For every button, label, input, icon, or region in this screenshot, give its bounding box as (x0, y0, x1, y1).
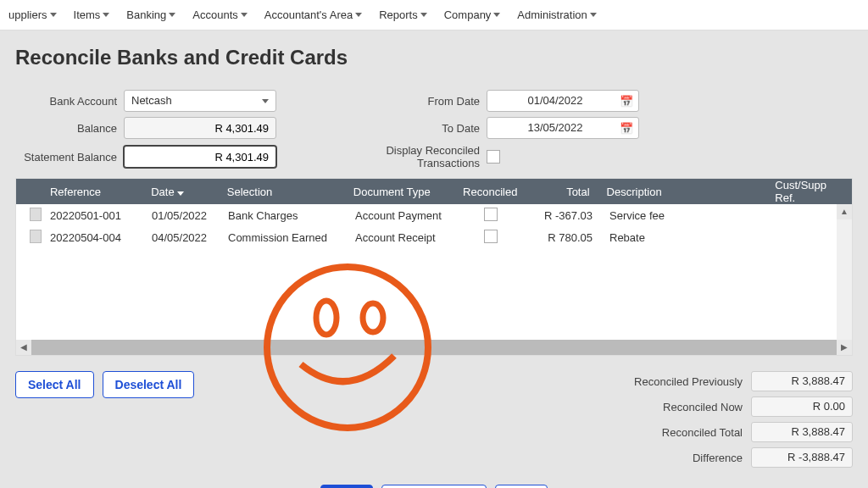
nav-company[interactable]: Company (436, 5, 509, 25)
cell-doctype: Account Receipt (347, 231, 457, 244)
chevron-down-icon (169, 13, 175, 17)
nav-accountants-area[interactable]: Accountant's Area (256, 5, 370, 25)
chevron-down-icon (493, 13, 500, 17)
table-body: 20220501-001 01/05/2022 Bank Charges Acc… (16, 204, 837, 340)
reconciled-now-label: Reconciled Now (663, 401, 743, 413)
calendar-icon[interactable]: 📅 (620, 95, 633, 108)
balance-field (124, 117, 276, 139)
statement-balance-input[interactable] (124, 146, 276, 168)
nav-accounts[interactable]: Accounts (184, 5, 255, 25)
reconciled-checkbox[interactable] (484, 230, 498, 243)
col-selection[interactable]: Selection (219, 186, 345, 198)
save-button[interactable]: Save (320, 485, 374, 488)
reconciled-previously-label: Reconciled Previously (634, 375, 743, 388)
cell-description: Service fee (601, 209, 771, 222)
balance-label: Balance (15, 122, 117, 135)
page-title: Reconcile Banks and Credit Cards (15, 46, 853, 69)
save-and-new-button[interactable]: Save and New (381, 485, 487, 488)
cell-reference: 20220501-001 (42, 209, 143, 222)
nav-banking[interactable]: Banking (118, 5, 184, 25)
document-icon (30, 230, 42, 243)
chevron-down-icon (355, 13, 362, 17)
difference-label: Difference (693, 452, 743, 464)
col-date[interactable]: Date (142, 186, 219, 198)
nav-items[interactable]: Items (65, 5, 119, 25)
chevron-down-icon (262, 99, 269, 103)
chevron-down-icon (103, 13, 109, 17)
bank-account-label: Bank Account (15, 95, 117, 108)
to-date-label: To Date (327, 122, 480, 135)
nav-suppliers[interactable]: uppliers (0, 5, 65, 25)
top-nav: uppliers Items Banking Accounts Accounta… (0, 0, 868, 30)
cell-selection: Commission Earned (220, 231, 347, 244)
cell-date: 01/05/2022 (143, 209, 220, 222)
reconciled-total-value: R 3,888.47 (751, 422, 853, 442)
table-row[interactable]: 20220501-001 01/05/2022 Bank Charges Acc… (16, 204, 837, 226)
reconciled-total-label: Reconciled Total (662, 426, 743, 439)
scroll-up-icon[interactable]: ▲ (837, 204, 852, 219)
chevron-down-icon (590, 13, 597, 17)
scroll-right-icon[interactable]: ▶ (837, 340, 852, 355)
chevron-down-icon (50, 13, 57, 17)
table-header: Reference Date Selection Document Type R… (16, 179, 852, 204)
transactions-table: Reference Date Selection Document Type R… (15, 178, 853, 356)
cell-doctype: Account Payment (347, 209, 457, 222)
col-reconciled[interactable]: Reconciled (454, 186, 522, 198)
from-date-input[interactable]: 01/04/2022📅 (487, 90, 639, 112)
print-button[interactable]: Print (495, 485, 548, 488)
vertical-scrollbar[interactable]: ▲ (837, 204, 852, 340)
difference-value: R -3,888.47 (751, 447, 853, 468)
col-cust-supp-ref[interactable]: Cust/Supp Ref. (766, 179, 835, 204)
cell-description: Rebate (601, 231, 771, 244)
statement-balance-label: Statement Balance (15, 151, 117, 164)
calendar-icon[interactable]: 📅 (620, 122, 633, 135)
nav-reports[interactable]: Reports (370, 5, 436, 25)
display-reconciled-label: Display Reconciled Transactions (327, 144, 480, 169)
chevron-down-icon (241, 13, 248, 17)
horizontal-scrollbar[interactable]: ◀ ▶ (16, 340, 852, 355)
col-reference[interactable]: Reference (42, 186, 142, 198)
select-all-button[interactable]: Select All (15, 371, 94, 398)
cell-selection: Bank Charges (220, 209, 347, 222)
sort-desc-icon (177, 191, 184, 196)
reconciled-checkbox[interactable] (484, 208, 498, 221)
cell-date: 04/05/2022 (143, 231, 220, 244)
cell-total: R -367.03 (525, 209, 601, 222)
col-description[interactable]: Description (598, 186, 767, 198)
nav-administration[interactable]: Administration (509, 5, 604, 25)
cell-total: R 780.05 (525, 231, 601, 244)
reconciled-previously-value: R 3,888.47 (751, 371, 853, 391)
document-icon (30, 208, 42, 221)
to-date-input[interactable]: 13/05/2022📅 (487, 117, 639, 139)
bank-account-select[interactable]: Netcash (124, 90, 276, 112)
reconciled-now-value: R 0.00 (751, 396, 853, 417)
summary-panel: Reconciled Previously R 3,888.47 Reconci… (634, 371, 853, 468)
deselect-all-button[interactable]: Deselect All (103, 371, 195, 398)
from-date-label: From Date (327, 95, 480, 108)
scroll-left-icon[interactable]: ◀ (16, 340, 31, 355)
table-row[interactable]: 20220504-004 04/05/2022 Commission Earne… (16, 226, 837, 248)
chevron-down-icon (420, 13, 427, 17)
col-total[interactable]: Total (522, 186, 598, 198)
cell-reference: 20220504-004 (42, 231, 143, 244)
col-document-type[interactable]: Document Type (345, 186, 454, 198)
display-reconciled-checkbox[interactable] (487, 150, 500, 164)
